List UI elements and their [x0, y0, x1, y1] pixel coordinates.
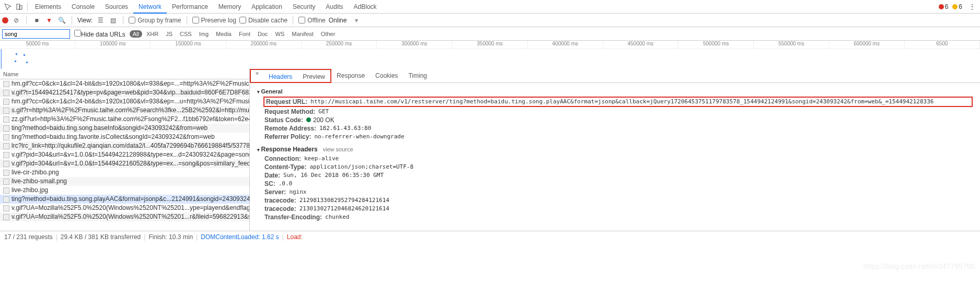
detail-tabs: × Headers Preview Response Cookies Timin… [250, 69, 980, 83]
tab-elements[interactable]: Elements [30, 0, 66, 14]
request-row[interactable]: live-cir-zhibo.png [0, 168, 249, 177]
file-icon [3, 81, 9, 87]
device-toggle-icon[interactable] [14, 1, 25, 13]
request-row[interactable]: lrc?lrc_link=http://qukufile2.qianqian.c… [0, 141, 249, 150]
response-header-row: tracecode:21301302712046824620121614 [264, 205, 973, 212]
error-indicator[interactable]: 6 6 [939, 3, 962, 10]
request-row[interactable]: s.gif?r=http%3A%2F%2Fmusic.taihe.com%2Fs… [0, 106, 249, 115]
request-row[interactable]: ting?method=baidu.ting.song.playAAC&form… [0, 195, 249, 204]
hide-data-urls-checkbox[interactable]: Hide data URLs [74, 30, 125, 38]
request-row[interactable]: zz.gif?url=http%3A%2F%2Fmusic.taihe.com%… [0, 115, 249, 124]
tab-response[interactable]: Response [331, 69, 370, 83]
file-icon [3, 99, 9, 105]
request-name: live-zhibo-small.png [11, 177, 67, 186]
tab-security[interactable]: Security [287, 0, 320, 14]
request-name: zz.gif?url=http%3A%2F%2Fmusic.taihe.com%… [11, 115, 249, 124]
filter-chip-xhr[interactable]: XHR [143, 30, 162, 38]
tab-audits[interactable]: Audits [320, 0, 348, 14]
tab-console[interactable]: Console [66, 0, 100, 14]
file-icon [3, 152, 9, 158]
request-row[interactable]: live-zhibo-small.png [0, 177, 249, 186]
response-header-row: Date:Sun, 16 Dec 2018 06:35:30 GMT [264, 172, 973, 179]
tab-adblock[interactable]: AdBlock [349, 0, 382, 14]
clear-icon[interactable]: ⊘ [11, 17, 21, 24]
large-rows-icon[interactable]: ☰ [96, 17, 105, 24]
timeline-tick: 400000 ms [528, 41, 603, 49]
request-row[interactable]: live-zhibo.jpg [0, 186, 249, 195]
tab-preview[interactable]: Preview [297, 70, 330, 84]
timeline-tick: 300000 ms [377, 41, 452, 49]
general-section[interactable]: General [257, 88, 973, 94]
transferred-size: 29.4 KB / 381 KB transferred [61, 233, 141, 241]
preserve-log-checkbox[interactable]: Preserve log [192, 17, 236, 24]
filter-chip-other[interactable]: Other [318, 30, 339, 38]
request-row[interactable]: v.gif?pid=304&url=&v=1.0.0&t=15449422160… [0, 159, 249, 168]
request-count: 17 / 231 requests [4, 233, 53, 241]
tab-sources[interactable]: Sources [100, 0, 133, 14]
dropdown-icon[interactable]: ▾ [355, 17, 358, 24]
filter-chip-css[interactable]: CSS [177, 30, 195, 38]
filter-chip-manifest[interactable]: Manifest [289, 30, 317, 38]
request-row[interactable]: hm.gif?cc=0&ck=1&cl=24-bit&ds=1920x1080&… [0, 79, 249, 88]
devtools-tabs: ElementsConsoleSourcesNetworkPerformance… [0, 0, 980, 14]
record-button[interactable] [2, 17, 8, 23]
file-icon [3, 143, 9, 149]
response-header-row: Transfer-Encoding:chunked [264, 214, 973, 221]
filter-chip-all[interactable]: All [130, 30, 142, 38]
filter-chip-img[interactable]: Img [196, 30, 212, 38]
view-label: View: [77, 17, 93, 24]
tab-application[interactable]: Application [246, 0, 287, 14]
request-name: hm.gif?cc=0&ck=1&cl=24-bit&ds=1920x1080&… [11, 79, 249, 88]
request-name: v.gif?pid=304&url=&v=1.0.0&t=15449422160… [11, 159, 249, 168]
load-time: Load: [287, 233, 303, 241]
filter-chip-ws[interactable]: WS [272, 30, 288, 38]
tab-cookies[interactable]: Cookies [370, 69, 403, 83]
request-url-row: Request URL: http://musicapi.taihe.com/v… [263, 97, 973, 107]
tab-headers[interactable]: Headers [263, 70, 297, 84]
request-details: × Headers Preview Response Cookies Timin… [250, 69, 980, 231]
request-row[interactable]: v.gif?UA=Mozilla%252F5.0%2520(Windows%25… [0, 212, 249, 221]
file-icon [3, 125, 9, 132]
disable-cache-checkbox[interactable]: Disable cache [239, 17, 287, 24]
filter-chip-media[interactable]: Media [213, 30, 235, 38]
request-row[interactable]: ting?method=baidu.ting.song.baseInfo&son… [0, 124, 249, 133]
request-row[interactable]: v.gif?t=1544942125417&type=pv&page=web&p… [0, 88, 249, 97]
response-header-row: Content-Type:application/json;charset=UT… [264, 163, 973, 171]
timeline-tick: 350000 ms [452, 41, 527, 49]
throttling-select[interactable]: Online [329, 17, 347, 24]
filter-input[interactable] [2, 29, 70, 39]
timeline-tick: 250000 ms [302, 41, 377, 49]
response-header-row: Connection:keep-alive [264, 155, 973, 162]
filter-toggle-icon[interactable]: ▼ [44, 17, 54, 24]
status-code-value: 200 OK [306, 116, 335, 124]
request-name: ting?method=baidu.ting.favorite.isCollec… [11, 133, 215, 141]
request-row[interactable]: v.gif?UA=Mozilla%252F5.0%2520(Windows%25… [0, 204, 249, 212]
waterfall-icon[interactable]: ▤ [108, 17, 118, 24]
request-row[interactable]: hm.gif?cc=0&ck=1&cl=24-bit&ds=1920x1080&… [0, 97, 249, 106]
tab-memory[interactable]: Memory [213, 0, 246, 14]
file-icon [3, 214, 9, 220]
name-column-header[interactable]: Name [0, 69, 249, 79]
tab-performance[interactable]: Performance [167, 0, 213, 14]
request-name: live-zhibo.jpg [11, 186, 48, 195]
response-headers-section[interactable]: Response Headersview source [257, 146, 973, 153]
view-source-link[interactable]: view source [323, 146, 353, 152]
close-details-icon[interactable]: × [251, 70, 263, 82]
filter-chip-font[interactable]: Font [236, 30, 253, 38]
offline-checkbox[interactable]: Offline [298, 17, 325, 24]
domcontentloaded-time: DOMContentLoaded: 1.62 s [201, 233, 279, 241]
file-icon [3, 179, 9, 185]
inspect-icon[interactable] [2, 1, 14, 13]
request-row[interactable]: v.gif?pid=304&url=&v=1.0.0&t=15449422128… [0, 150, 249, 159]
request-url-value[interactable]: http://musicapi.taihe.com/v1/restserver/… [310, 98, 933, 105]
camera-icon[interactable]: ■ [32, 17, 41, 24]
request-row[interactable]: ting?method=baidu.ting.favorite.isCollec… [0, 133, 249, 141]
tab-timing[interactable]: Timing [403, 69, 432, 83]
more-icon[interactable]: ⋮ [966, 1, 978, 13]
filter-chip-doc[interactable]: Doc [255, 30, 271, 38]
group-by-frame-checkbox[interactable]: Group by frame [129, 17, 181, 24]
tab-network[interactable]: Network [133, 0, 167, 14]
filter-chip-js[interactable]: JS [163, 30, 176, 38]
search-icon[interactable]: 🔍 [57, 17, 66, 24]
timeline-overview[interactable]: 50000 ms100000 ms150000 ms200000 ms25000… [0, 41, 980, 69]
